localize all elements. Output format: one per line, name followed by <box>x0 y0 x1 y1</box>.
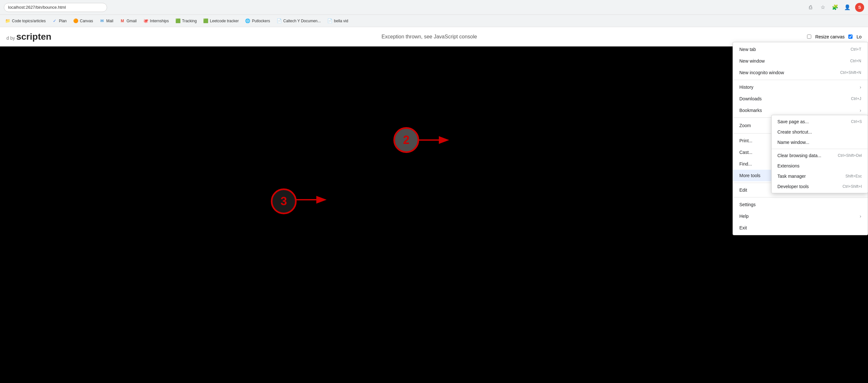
submenu-developer-tools-label: Developer tools <box>777 184 809 189</box>
bookmark-label: bella vid <box>334 19 348 23</box>
submenu-divider-1 <box>772 149 868 149</box>
menu-new-tab-label: New tab <box>739 47 756 52</box>
submenu-save-page[interactable]: Save page as... Ctrl+S <box>772 116 868 127</box>
submenu-name-window-label: Name window... <box>777 140 809 145</box>
canvas-icon: 🟠 <box>73 19 79 24</box>
address-text: localhost:2627/bin/bounce.html <box>8 5 66 10</box>
submenu-task-manager-shortcut: Shift+Esc <box>845 174 862 178</box>
menu-settings[interactable]: Settings <box>733 199 868 210</box>
main-content: d by scripten Exception thrown, see Java… <box>0 27 868 383</box>
bookmark-canvas[interactable]: 🟠 Canvas <box>71 17 96 25</box>
submenu-create-shortcut[interactable]: Create shortcut... <box>772 127 868 137</box>
bookmark-label: Putlockers <box>252 19 270 23</box>
page-controls: Resize canvas Lo <box>807 34 862 39</box>
bookmark-putlockers[interactable]: 🌐 Putlockers <box>243 17 273 25</box>
submenu-developer-tools-shortcut: Ctrl+Shift+I <box>842 184 862 189</box>
bookmark-caltech[interactable]: 📄 Caltech Y Documen... <box>274 17 323 25</box>
address-bar[interactable]: localhost:2627/bin/bounce.html <box>4 3 107 12</box>
submenu-clear-browsing-label: Clear browsing data... <box>777 153 821 158</box>
lock-checkbox[interactable] <box>848 34 852 39</box>
check-icon: ✓ <box>52 19 57 24</box>
share-icon[interactable]: ⎙ <box>806 3 815 12</box>
logo-prefix: d by <box>6 35 15 41</box>
menu-incognito[interactable]: New incognito window Ctrl+Shift+N <box>733 67 868 79</box>
star-icon[interactable]: ☆ <box>818 3 827 12</box>
bookmark-code-topics[interactable]: 📁 Code topics/articles <box>3 17 49 25</box>
bookmark-tracking[interactable]: 🟩 Tracking <box>173 17 199 25</box>
mail-icon: ✉ <box>99 19 104 24</box>
bookmark-label: Plan <box>59 19 67 23</box>
menu-help-label: Help <box>739 214 749 219</box>
bookmark-plan[interactable]: ✓ Plan <box>50 17 69 25</box>
submenu-save-page-label: Save page as... <box>777 119 809 124</box>
submenu-save-page-shortcut: Ctrl+S <box>851 119 862 124</box>
menu-cast-label: Cast... <box>739 150 752 155</box>
menu-exit[interactable]: Exit <box>733 222 868 234</box>
submenu-create-shortcut-label: Create shortcut... <box>777 129 812 135</box>
menu-exit-label: Exit <box>739 225 747 230</box>
submenu-name-window[interactable]: Name window... <box>772 137 868 147</box>
menu-downloads[interactable]: Downloads Ctrl+J <box>733 93 868 105</box>
menu-history-label: History <box>739 85 753 90</box>
submenu-clear-browsing[interactable]: Clear browsing data... Ctrl+Shift+Del <box>772 150 868 161</box>
bella-icon: 📄 <box>327 19 333 24</box>
address-bar-icons: ⎙ ☆ 🧩 👤 S <box>806 3 864 12</box>
tracking-icon: 🟩 <box>176 19 181 24</box>
bookmark-label: Caltech Y Documen... <box>283 19 321 23</box>
submenu-task-manager[interactable]: Task manager Shift+Esc <box>772 171 868 181</box>
menu-bookmarks-label: Bookmarks <box>739 108 762 113</box>
bookmark-leetcode[interactable]: 🟩 Leetcode tracker <box>200 17 241 25</box>
avatar[interactable]: S <box>855 3 864 12</box>
submenu-developer-tools[interactable]: Developer tools Ctrl+Shift+I <box>772 181 868 192</box>
menu-history-arrow: › <box>860 85 861 90</box>
menu-settings-label: Settings <box>739 202 756 207</box>
page-notice: Exception thrown, see JavaScript console <box>381 34 477 40</box>
web-icon: 🌐 <box>245 19 250 24</box>
resize-canvas-checkbox[interactable] <box>807 34 811 39</box>
submenu-task-manager-label: Task manager <box>777 174 806 179</box>
bookmark-gmail[interactable]: M Gmail <box>117 17 139 25</box>
bookmark-label: Canvas <box>80 19 93 23</box>
menu-new-tab[interactable]: New tab Ctrl+T <box>733 43 868 55</box>
menu-print-label: Print... <box>739 138 752 143</box>
menu-bookmarks-arrow: › <box>860 108 861 113</box>
menu-find-label: Find... <box>739 161 752 167</box>
leetcode-icon: 🟩 <box>203 19 208 24</box>
menu-help[interactable]: Help › <box>733 210 868 222</box>
lock-label: Lo <box>857 34 862 39</box>
menu-incognito-shortcut: Ctrl+Shift+N <box>840 70 861 75</box>
menu-help-arrow: › <box>860 214 861 219</box>
menu-new-window-label: New window <box>739 58 765 64</box>
menu-more-tools-label: More tools <box>739 173 760 178</box>
menu-downloads-label: Downloads <box>739 96 762 101</box>
profile-icon[interactable]: 👤 <box>843 3 852 12</box>
menu-downloads-shortcut: Ctrl+J <box>851 96 861 101</box>
bookmark-label: Internships <box>150 19 169 23</box>
bookmark-internships[interactable]: 🐙 Internships <box>141 17 172 25</box>
menu-bookmarks[interactable]: Bookmarks › <box>733 105 868 116</box>
bookmark-label: Leetcode tracker <box>210 19 239 23</box>
bookmark-bella[interactable]: 📄 bella vid <box>325 17 351 25</box>
bookmark-label: Tracking <box>182 19 197 23</box>
submenu-clear-browsing-shortcut: Ctrl+Shift+Del <box>838 153 862 158</box>
menu-new-window-shortcut: Ctrl+N <box>850 59 861 63</box>
scripten-logo: scripten <box>16 32 51 42</box>
submenu-extensions[interactable]: Extensions <box>772 161 868 171</box>
bookmark-label: Mail <box>106 19 113 23</box>
extensions-icon[interactable]: 🧩 <box>831 3 840 12</box>
more-tools-submenu: Save page as... Ctrl+S Create shortcut..… <box>771 115 868 193</box>
submenu-extensions-label: Extensions <box>777 163 799 169</box>
github-icon: 🐙 <box>143 19 148 24</box>
menu-new-window[interactable]: New window Ctrl+N <box>733 55 868 67</box>
menu-history[interactable]: History › <box>733 81 868 93</box>
bookmark-label: Code topics/articles <box>12 19 46 23</box>
bookmark-mail[interactable]: ✉ Mail <box>97 17 116 25</box>
bookmarks-bar: 📁 Code topics/articles ✓ Plan 🟠 Canvas ✉… <box>0 15 868 27</box>
address-bar-row: localhost:2627/bin/bounce.html ⎙ ☆ 🧩 👤 S <box>0 0 868 15</box>
folder-icon: 📁 <box>5 19 10 24</box>
gmail-icon: M <box>120 19 125 24</box>
menu-new-tab-shortcut: Ctrl+T <box>850 47 861 52</box>
resize-canvas-label: Resize canvas <box>815 34 844 39</box>
browser-frame: localhost:2627/bin/bounce.html ⎙ ☆ 🧩 👤 S… <box>0 0 868 383</box>
doc-icon: 📄 <box>277 19 282 24</box>
